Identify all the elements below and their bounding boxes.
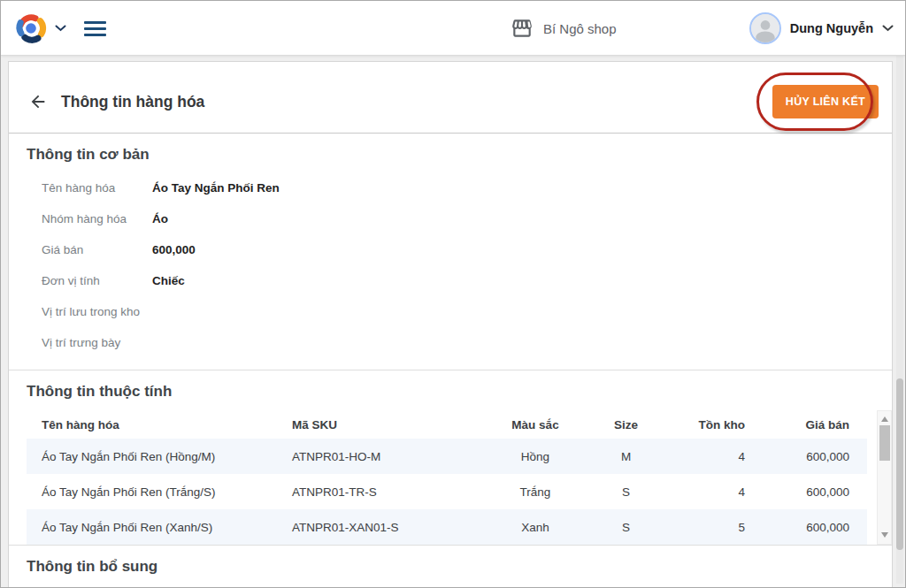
cell-stock: 4 [668, 485, 770, 499]
cell-sku: ATNPR01-HO-M [292, 450, 487, 463]
cell-price: 600,000 [770, 485, 867, 499]
scroll-up-icon[interactable] [881, 416, 888, 422]
content-area: Thông tin hàng hóa HỦY LIÊN KẾT Thông ti… [1, 56, 905, 588]
menu-hamburger-icon[interactable] [84, 21, 106, 36]
field-label: Đơn vị tính [42, 274, 152, 287]
product-detail-card: Thông tin hàng hóa HỦY LIÊN KẾT Thông ti… [8, 61, 893, 588]
user-chevron-down-icon [882, 25, 894, 32]
form-row-storage-location: Vị trí lưu trong kho [9, 296, 892, 327]
cell-stock: 5 [668, 521, 770, 534]
attributes-table-wrap: Tên hàng hóa Mã SKU Màu sắc Size Tồn kho… [27, 410, 892, 545]
shop-selector[interactable]: Bí Ngô shop [511, 1, 617, 56]
cell-color: Xanh [487, 521, 584, 534]
form-row-product-name: Tên hàng hóa Áo Tay Ngắn Phối Ren [9, 172, 892, 203]
field-label: Tên hàng hóa [42, 181, 152, 195]
basic-info-form: Tên hàng hóa Áo Tay Ngắn Phối Ren Nhóm h… [9, 164, 892, 370]
field-value: Áo [152, 212, 168, 225]
table-row[interactable]: Áo Tay Ngắn Phối Ren (Hồng/M) ATNPR01-HO… [27, 439, 867, 474]
table-row[interactable]: Áo Tay Ngắn Phối Ren (Trắng/S) ATNPR01-T… [27, 474, 867, 509]
form-row-display-location: Vị trí trưng bày [9, 327, 892, 358]
cell-price: 600,000 [770, 521, 867, 534]
table-scrollbar-thumb[interactable] [879, 425, 890, 461]
col-header-size: Size [584, 418, 668, 431]
top-bar: Bí Ngô shop Dung Nguyễn [1, 1, 905, 56]
back-button[interactable] [28, 92, 48, 111]
cell-size: S [584, 521, 668, 534]
cell-sku: ATNPR01-XAN01-S [292, 521, 487, 534]
col-header-price: Giá bán [770, 418, 867, 431]
scroll-down-icon[interactable] [881, 532, 888, 538]
field-label: Giá bán [42, 243, 152, 256]
user-name: Dung Nguyễn [790, 21, 873, 35]
col-header-name: Tên hàng hóa [27, 418, 292, 431]
app-logo-icon[interactable] [13, 11, 49, 46]
user-menu[interactable]: Dung Nguyễn [749, 1, 894, 56]
field-label: Nhóm hàng hóa [42, 212, 152, 225]
cell-sku: ATNPR01-TR-S [292, 485, 487, 499]
attributes-heading: Thông tin thuộc tính [9, 370, 892, 401]
shop-name: Bí Ngô shop [543, 21, 617, 36]
unlink-button[interactable]: HỦY LIÊN KẾT [772, 85, 879, 118]
form-row-product-group: Nhóm hàng hóa Áo [9, 203, 892, 234]
cell-size: M [584, 450, 668, 463]
form-row-price: Giá bán 600,000 [9, 234, 892, 265]
table-scrollbar[interactable] [877, 410, 892, 545]
cell-name: Áo Tay Ngắn Phối Ren (Xanh/S) [27, 521, 292, 534]
person-icon [751, 14, 779, 42]
table-header-row: Tên hàng hóa Mã SKU Màu sắc Size Tồn kho… [27, 410, 867, 439]
cell-name: Áo Tay Ngắn Phối Ren (Hồng/M) [27, 450, 292, 463]
page-header: Thông tin hàng hóa HỦY LIÊN KẾT [9, 62, 892, 133]
cell-color: Hồng [487, 450, 584, 463]
cell-name: Áo Tay Ngắn Phối Ren (Trắng/S) [27, 485, 292, 499]
table-row[interactable]: Áo Tay Ngắn Phối Ren (Xanh/S) ATNPR01-XA… [27, 509, 867, 545]
avatar [749, 12, 781, 44]
attributes-table: Tên hàng hóa Mã SKU Màu sắc Size Tồn kho… [27, 410, 867, 545]
field-value: Áo Tay Ngắn Phối Ren [152, 181, 280, 195]
cell-stock: 4 [668, 450, 770, 463]
field-value: 600,000 [152, 243, 196, 256]
unlink-button-wrap: HỦY LIÊN KẾT [772, 85, 879, 118]
storefront-icon [511, 17, 534, 40]
arrow-back-icon [28, 92, 48, 111]
app-window: Bí Ngô shop Dung Nguyễn [0, 0, 906, 588]
field-label: Vị trí lưu trong kho [42, 305, 152, 318]
form-row-unit: Đơn vị tính Chiếc [9, 265, 892, 296]
logo-group [13, 1, 106, 56]
page-scrollbar-thumb[interactable] [896, 378, 903, 550]
cell-size: S [584, 485, 668, 499]
basic-info-heading: Thông tin cơ bản [9, 134, 892, 164]
field-value: Chiếc [152, 274, 185, 287]
field-label: Vị trí trưng bày [42, 336, 152, 349]
col-header-color: Màu sắc [487, 418, 584, 431]
cell-color: Trắng [487, 485, 584, 499]
page-scrollbar[interactable] [896, 56, 903, 584]
col-header-stock: Tồn kho [668, 418, 770, 431]
col-header-sku: Mã SKU [292, 418, 487, 431]
additional-info-heading: Thông tin bổ sung [9, 546, 892, 576]
logo-chevron-down-icon[interactable] [55, 25, 66, 32]
page-title: Thông tin hàng hóa [61, 93, 204, 111]
cell-price: 600,000 [770, 450, 867, 463]
